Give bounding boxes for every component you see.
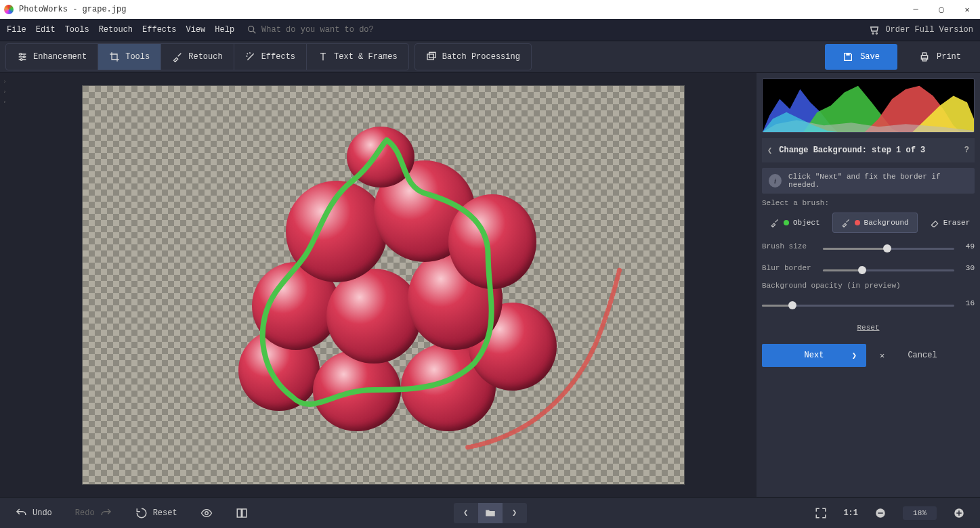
reset-button[interactable]: Reset xyxy=(129,503,184,523)
svg-point-0 xyxy=(249,26,254,32)
next-label: Next xyxy=(805,351,824,360)
menu-help[interactable]: Help xyxy=(215,25,234,35)
histogram xyxy=(762,79,975,133)
next-image-button[interactable]: ❯ xyxy=(503,503,527,523)
blur-border-label: Blur border xyxy=(762,264,823,272)
brush-object-button[interactable]: Object xyxy=(762,213,828,233)
undo-label: Undo xyxy=(33,508,52,518)
fit-screen-button[interactable] xyxy=(808,503,834,523)
svg-point-16 xyxy=(205,511,208,514)
text-icon xyxy=(318,51,328,62)
menu-retouch[interactable]: Retouch xyxy=(99,25,133,35)
svg-point-9 xyxy=(20,59,22,61)
zoom-out-button[interactable] xyxy=(868,503,893,523)
red-dot-icon xyxy=(855,220,860,225)
chevron-right-icon[interactable]: › xyxy=(3,99,7,105)
chevron-right-icon[interactable]: › xyxy=(3,79,7,85)
menu-edit[interactable]: Edit xyxy=(36,25,56,35)
svg-rect-20 xyxy=(878,512,883,514)
svg-rect-14 xyxy=(922,53,926,56)
preview-button[interactable] xyxy=(194,503,219,523)
next-button[interactable]: Next ❯ xyxy=(762,344,866,367)
info-text: Click "Next" and fix the border if neede… xyxy=(788,173,968,189)
bg-opacity-setting: 16 xyxy=(762,295,975,311)
compare-icon xyxy=(236,507,248,519)
svg-point-2 xyxy=(872,32,874,34)
svg-point-7 xyxy=(20,53,22,56)
browse-folder-button[interactable] xyxy=(478,503,503,523)
brush-eraser-button[interactable]: Eraser xyxy=(922,213,979,233)
menu-file[interactable]: File xyxy=(7,25,26,35)
canvas-area[interactable] xyxy=(9,73,757,497)
maximize-icon[interactable]: ▢ xyxy=(937,5,946,15)
info-bar: i Click "Next" and fix the border if nee… xyxy=(762,168,975,194)
cancel-button[interactable]: ✕ Cancel xyxy=(870,344,975,367)
redo-button[interactable]: Redo xyxy=(68,503,119,523)
help-icon[interactable]: ? xyxy=(964,146,969,155)
main-toolbar: Enhancement Tools Retouch Effects Text &… xyxy=(0,41,980,73)
chevron-right-icon[interactable]: › xyxy=(3,89,7,95)
brush-background-button[interactable]: Background xyxy=(832,213,918,233)
menu-effects[interactable]: Effects xyxy=(142,25,176,35)
brush-size-slider[interactable] xyxy=(823,245,954,248)
cancel-label: Cancel xyxy=(908,351,937,360)
compare-button[interactable] xyxy=(229,503,255,523)
blur-border-setting: Blur border 30 xyxy=(762,260,975,276)
order-full-version-button[interactable]: Order Full Version xyxy=(869,24,973,35)
tab-tools-label: Tools xyxy=(125,52,150,62)
menu-bar: File Edit Tools Retouch Effects View Hel… xyxy=(0,19,980,41)
svg-line-1 xyxy=(253,31,255,33)
print-label: Print xyxy=(937,52,961,62)
fit-icon xyxy=(815,507,827,519)
save-label: Save xyxy=(860,52,880,62)
minus-icon xyxy=(874,507,887,519)
print-button[interactable]: Print xyxy=(906,44,975,70)
one-to-one-button[interactable]: 1:1 xyxy=(843,508,858,518)
reset-link[interactable]: Reset xyxy=(762,324,975,332)
svg-point-8 xyxy=(23,56,25,58)
cart-icon xyxy=(869,24,880,35)
zoom-in-button[interactable] xyxy=(946,503,972,523)
menu-tools[interactable]: Tools xyxy=(65,25,89,35)
brush-size-value: 49 xyxy=(954,242,975,250)
prev-image-button[interactable]: ❮ xyxy=(454,503,478,523)
brush-icon xyxy=(770,218,780,227)
undo-icon xyxy=(15,507,27,519)
brush-object-label: Object xyxy=(793,219,820,227)
close-icon[interactable]: ✕ xyxy=(962,5,972,15)
svg-rect-17 xyxy=(237,509,241,517)
tab-retouch-label: Retouch xyxy=(188,52,222,62)
help-search-input[interactable] xyxy=(261,25,410,35)
tab-effects[interactable]: Effects xyxy=(234,44,307,70)
tab-text-frames[interactable]: Text & Frames xyxy=(307,44,408,70)
folder-icon xyxy=(484,507,496,519)
svg-rect-23 xyxy=(958,510,960,516)
undo-button[interactable]: Undo xyxy=(8,503,59,523)
search-icon xyxy=(247,24,257,35)
folder-nav: ❮ ❯ xyxy=(454,503,527,523)
save-button[interactable]: Save xyxy=(825,44,897,70)
print-icon xyxy=(919,51,930,62)
tab-tools[interactable]: Tools xyxy=(98,44,161,70)
blur-border-slider[interactable] xyxy=(823,267,954,269)
chevron-right-icon: ❯ xyxy=(852,351,857,361)
batch-processing-button[interactable]: Batch Processing xyxy=(415,44,531,70)
right-panel: ❮ Change Background: step 1 of 3 ? i Cli… xyxy=(757,73,980,497)
back-icon[interactable]: ❮ xyxy=(767,146,772,156)
plus-icon xyxy=(953,507,965,519)
title-bar: PhotoWorks - grape.jpg ─ ▢ ✕ xyxy=(0,0,980,19)
brush-size-label: Brush size xyxy=(762,242,823,250)
tab-retouch[interactable]: Retouch xyxy=(161,44,234,70)
brush-icon xyxy=(172,51,183,62)
background-stroke xyxy=(83,86,684,485)
bg-opacity-slider[interactable] xyxy=(762,302,954,305)
svg-rect-11 xyxy=(429,52,435,58)
save-icon xyxy=(843,51,853,62)
menu-view[interactable]: View xyxy=(186,25,205,35)
wand-icon xyxy=(245,51,256,62)
window-title: PhotoWorks - grape.jpg xyxy=(19,5,126,14)
tab-enhancement[interactable]: Enhancement xyxy=(6,44,98,70)
minimize-icon[interactable]: ─ xyxy=(911,5,920,15)
close-icon: ✕ xyxy=(880,351,885,361)
zoom-value[interactable]: 18% xyxy=(903,506,937,520)
